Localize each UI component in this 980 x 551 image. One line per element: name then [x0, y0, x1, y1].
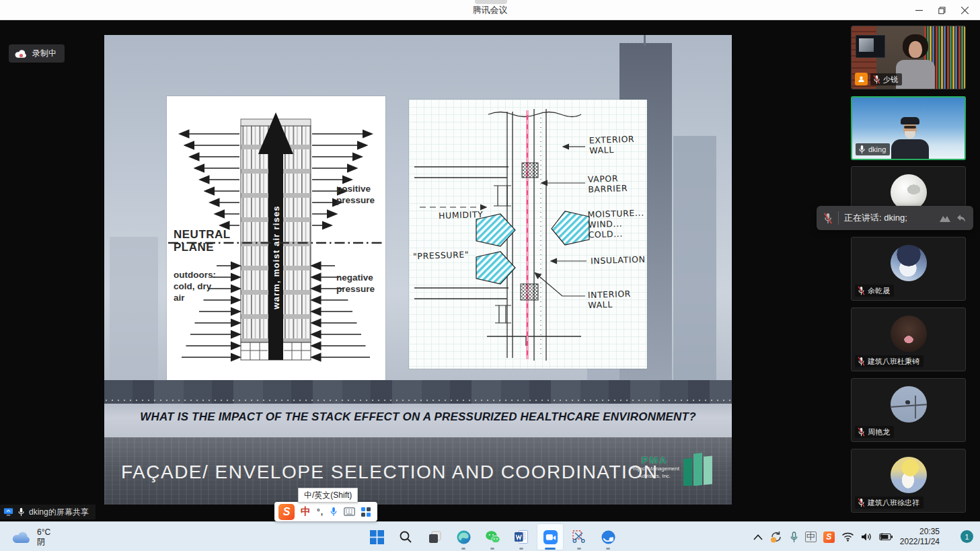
sogou-logo[interactable]: S: [278, 504, 295, 520]
cartoon-avatar: [891, 457, 927, 493]
tray-sogou-icon[interactable]: S: [823, 531, 835, 543]
clock-time: 20:35: [900, 527, 940, 537]
pma-company-line1: Project Management: [630, 466, 679, 472]
participant-name: 余乾晟: [868, 286, 890, 295]
avatar-pole: [915, 396, 916, 418]
tray-ime-mode[interactable]: 中: [805, 531, 817, 542]
desktop: 腾讯会议 录制中: [0, 0, 980, 551]
running-indicator: [490, 548, 494, 550]
tower-antenna: [644, 35, 646, 46]
search-icon: [399, 530, 412, 544]
background-tower: [110, 237, 158, 380]
mic-muted-icon: [858, 357, 865, 366]
running-indicator: [519, 548, 523, 550]
task-view-button[interactable]: [421, 523, 448, 550]
weather-widget[interactable]: 6°C 阴: [8, 522, 54, 551]
restore-button[interactable]: [930, 0, 953, 20]
anime-avatar: [891, 245, 927, 281]
notification-badge[interactable]: 1: [960, 530, 973, 543]
wall-section-sketch: EXTERIOR WALL VAPOR BARRIER MOISTURE... …: [409, 100, 647, 369]
task-view-icon: [428, 530, 442, 544]
ime-mode-button[interactable]: 中: [301, 505, 311, 518]
taskbar-clock[interactable]: 20:35 2022/11/24: [900, 527, 940, 547]
close-button[interactable]: [953, 0, 976, 20]
screen-share-banner[interactable]: dking的屏幕共享: [0, 505, 96, 519]
ime-tooltip: 中/英文(Shift): [298, 488, 358, 503]
taskbar-apps: [363, 523, 621, 550]
windows-taskbar: 6°C 阴: [0, 521, 980, 551]
meeting-main-area: 录制中: [0, 20, 980, 521]
participant-tile-zhouyanlong[interactable]: 周艳龙: [851, 378, 966, 442]
ime-voice-icon[interactable]: [330, 507, 338, 517]
tray-mic-icon[interactable]: [790, 531, 798, 543]
ime-punctuation-button[interactable]: °,: [317, 507, 324, 517]
running-indicator: [606, 548, 610, 550]
snip-tool-button[interactable]: [566, 523, 593, 550]
edge-icon: [456, 529, 472, 545]
outdoors-label: outdoors: cold, dry air: [174, 270, 216, 304]
edge-browser-button[interactable]: [450, 523, 477, 550]
sync-icon[interactable]: [769, 531, 783, 543]
mic-muted-icon: [858, 286, 865, 295]
mic-muted-icon: [823, 213, 833, 224]
weather-temp: 6°C: [37, 527, 50, 537]
wifi-icon[interactable]: [841, 532, 854, 542]
inset-screen-content: [859, 38, 874, 52]
moisture-wind-cold-label: MOISTURE... WIND... COLD...: [587, 208, 645, 240]
running-indicator: [577, 548, 581, 550]
stack-effect-diagram: warm, moist air rises NEUTRAL PLANE posi…: [167, 96, 385, 380]
window-title: 腾讯会议: [0, 0, 980, 20]
person-body: [891, 139, 929, 160]
search-button[interactable]: [392, 523, 419, 550]
ime-keyboard-icon[interactable]: [344, 507, 355, 516]
participant-tile-xuzhongxiang[interactable]: 建筑八班徐忠祥: [851, 449, 966, 513]
pma-company-line2: Advisors, Inc.: [630, 473, 679, 480]
slide-question: WHAT IS THE IMPACT OF THE STACK EFFECT O…: [104, 410, 732, 424]
reply-arrow-icon[interactable]: [955, 213, 967, 223]
start-button[interactable]: [363, 523, 390, 550]
participant-tile-shaorui[interactable]: 少锐: [851, 26, 966, 89]
word-icon: [514, 529, 529, 544]
toast-divider: [838, 211, 839, 225]
exterior-wall-label: EXTERIOR WALL: [589, 134, 634, 155]
qq-browser-icon: [601, 529, 616, 545]
mic-muted-icon: [873, 75, 880, 84]
qq-browser-button[interactable]: [595, 523, 621, 550]
participant-name: dking: [868, 145, 886, 154]
system-tray: 中 S 20:35 2022/11/24: [753, 522, 940, 551]
recording-indicator[interactable]: 录制中: [9, 44, 65, 63]
tencent-meeting-button[interactable]: [537, 523, 564, 550]
wechat-icon: [485, 530, 500, 544]
shared-screen-slide: warm, moist air rises NEUTRAL PLANE posi…: [104, 35, 732, 505]
ime-toolbox-icon[interactable]: [361, 507, 371, 517]
tencent-meeting-icon: [543, 529, 558, 545]
participant-tile-dubingqi[interactable]: 建筑八班杜秉锜: [851, 307, 966, 371]
windows-start-icon: [370, 530, 384, 544]
participant-tile-yuqiansheng[interactable]: 余乾晟: [851, 237, 966, 301]
raise-hands-icon[interactable]: [938, 213, 952, 223]
wechat-button[interactable]: [479, 523, 506, 550]
participant-tile-dking[interactable]: dking: [851, 96, 966, 160]
word-button[interactable]: [508, 523, 535, 550]
inset-screen: [856, 35, 885, 58]
weather-cloud-icon: [12, 531, 31, 544]
hidden-icons-chevron[interactable]: [753, 534, 763, 540]
active-running-indicator: [545, 548, 556, 550]
volume-icon[interactable]: [861, 532, 872, 542]
participant-name: 建筑八班杜秉锜: [868, 357, 919, 366]
recording-label: 录制中: [32, 48, 56, 59]
snip-tool-icon: [572, 529, 587, 544]
pma-acronym: PMA: [630, 454, 679, 466]
humidity-label: HUMIDITY: [439, 209, 484, 221]
person-sunglasses: [904, 126, 916, 128]
mic-muted-icon: [858, 427, 865, 437]
bird-avatar: [891, 386, 927, 423]
running-indicator: [461, 548, 465, 550]
battery-icon[interactable]: [879, 533, 893, 541]
minimize-button[interactable]: [907, 0, 930, 20]
mic-muted-icon: [858, 498, 865, 507]
cloud-record-icon: [15, 49, 28, 59]
weather-condition: 阴: [37, 537, 50, 546]
host-badge: [855, 73, 868, 85]
participant-name: 建筑八班徐忠祥: [868, 498, 919, 507]
